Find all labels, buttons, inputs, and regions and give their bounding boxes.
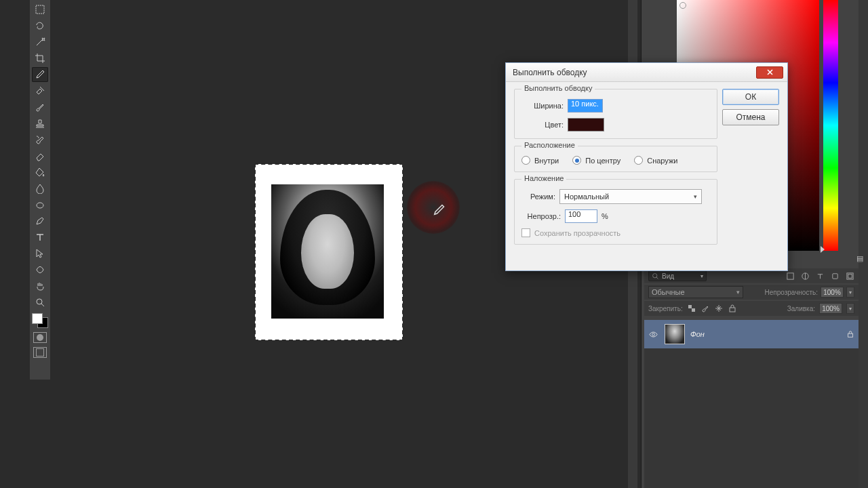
svg-rect-8 <box>848 274 852 278</box>
layer-name[interactable]: Фон <box>690 330 705 338</box>
width-input[interactable]: 10 пикс. <box>568 99 603 113</box>
fill-chevron-icon[interactable]: ▾ <box>846 303 854 314</box>
radio-center-label: По центру <box>585 157 620 165</box>
layer-opacity-chevron-icon[interactable]: ▾ <box>846 287 854 298</box>
radio-outside[interactable] <box>634 156 643 165</box>
blend-legend: Наложение <box>521 174 566 182</box>
layer-visibility-toggle[interactable] <box>647 328 659 340</box>
stroke-fieldset: Выполнить обводку Ширина: 10 пикс. Цвет: <box>514 89 717 139</box>
tool-pen[interactable] <box>32 214 48 228</box>
mode-select[interactable]: Нормальный <box>559 189 702 204</box>
tool-rect-select[interactable] <box>32 2 48 17</box>
radio-outside-label: Снаружи <box>647 157 677 165</box>
eyedropper-cursor-icon <box>431 202 447 218</box>
ok-button[interactable]: ОК <box>722 89 779 105</box>
preserve-transparency-label: Сохранить прозрачность <box>534 229 620 237</box>
layer-filter-label: Вид <box>662 272 674 280</box>
layer-lock-row: Закрепить: Заливка: 100% ▾ <box>644 301 859 316</box>
tool-crop[interactable] <box>32 51 48 66</box>
document-canvas[interactable] <box>255 164 403 340</box>
stroke-dialog: Выполнить обводку Выполнить обводку Шири… <box>505 62 788 271</box>
lock-label: Закрепить: <box>648 305 683 312</box>
svg-rect-13 <box>848 333 853 337</box>
stroke-color-swatch[interactable] <box>568 118 604 131</box>
svg-rect-11 <box>730 308 735 312</box>
tools-toolbar <box>30 0 50 380</box>
color-field-marker[interactable] <box>679 2 686 9</box>
dialog-titlebar[interactable]: Выполнить обводку <box>506 63 787 82</box>
tool-brush[interactable] <box>32 100 48 115</box>
tool-bucket[interactable] <box>32 165 48 180</box>
tool-shape[interactable] <box>32 262 48 277</box>
location-fieldset: Расположение Внутри По центру Снаружи <box>514 146 717 172</box>
dlg-opacity-unit: % <box>601 212 608 220</box>
location-legend: Расположение <box>521 141 578 149</box>
fill-label: Заливка: <box>787 305 815 312</box>
mode-value: Нормальный <box>564 192 609 201</box>
layer-row-background[interactable]: Фон <box>644 320 859 348</box>
width-label: Ширина: <box>521 102 564 110</box>
lock-pixels-icon[interactable] <box>701 304 710 313</box>
layer-lock-icon[interactable] <box>845 329 856 340</box>
radio-inside-label: Внутри <box>534 157 559 165</box>
tool-zoom[interactable] <box>32 295 48 310</box>
svg-point-3 <box>653 273 657 277</box>
tool-stamp[interactable] <box>32 116 48 131</box>
color-label: Цвет: <box>521 121 564 129</box>
layer-thumbnail[interactable] <box>665 324 685 344</box>
tool-magic-wand[interactable] <box>32 35 48 49</box>
svg-rect-6 <box>832 273 837 278</box>
panel-tab-strip[interactable] <box>859 0 868 488</box>
tool-type[interactable] <box>32 230 48 245</box>
svg-rect-10 <box>692 308 695 312</box>
radio-center[interactable] <box>572 156 581 165</box>
stroke-fieldset-legend: Выполнить обводку <box>521 84 595 92</box>
hue-slider-handle[interactable] <box>821 246 825 253</box>
layer-opacity-value[interactable]: 100% <box>821 287 844 298</box>
dlg-opacity-input[interactable]: 100 <box>565 209 597 223</box>
tool-lasso[interactable] <box>32 18 48 33</box>
svg-point-1 <box>37 203 43 208</box>
svg-rect-4 <box>787 272 793 279</box>
color-swatches[interactable] <box>32 313 48 328</box>
photo-image <box>271 184 384 319</box>
quickmask-icon[interactable] <box>33 332 47 343</box>
layer-opacity-label: Непрозрачность: <box>764 289 818 296</box>
hue-strip[interactable] <box>823 0 838 251</box>
fill-value[interactable]: 100% <box>819 303 842 314</box>
filter-adjust-icon[interactable] <box>800 271 810 281</box>
filter-smart-icon[interactable] <box>845 271 854 281</box>
tool-blur[interactable] <box>32 181 48 196</box>
filter-shape-icon[interactable] <box>830 271 840 281</box>
lock-position-icon[interactable] <box>714 304 724 313</box>
filter-type-icon[interactable] <box>815 271 825 281</box>
filter-pixel-icon[interactable] <box>785 271 795 281</box>
svg-point-12 <box>652 333 654 336</box>
tool-hand[interactable] <box>32 279 48 293</box>
foreground-color-swatch[interactable] <box>32 313 43 324</box>
blend-fieldset: Наложение Режим: Нормальный Непрозр.: 10… <box>514 179 717 245</box>
layer-blend-row: Обычные Непрозрачность: 100% ▾ <box>644 285 859 300</box>
svg-rect-9 <box>688 305 692 308</box>
tool-patch[interactable] <box>32 83 48 98</box>
lock-transparency-icon[interactable] <box>687 304 696 313</box>
panel-menu-icon[interactable]: ▤ <box>853 254 867 262</box>
preserve-transparency-checkbox <box>521 228 530 237</box>
tool-history-brush[interactable] <box>32 132 48 147</box>
dlg-opacity-label: Непрозр.: <box>521 212 561 220</box>
tool-eyedropper[interactable] <box>32 67 48 82</box>
layers-empty-area <box>644 348 859 488</box>
tool-eraser[interactable] <box>32 148 48 163</box>
layer-filter-select[interactable]: Вид ▾ <box>648 270 707 281</box>
tool-dodge[interactable] <box>32 197 48 212</box>
mode-label: Режим: <box>521 192 555 201</box>
lock-all-icon[interactable] <box>728 304 737 313</box>
radio-inside[interactable] <box>521 156 530 165</box>
tool-path-select[interactable] <box>32 246 48 261</box>
screenmode-icon[interactable] <box>33 347 47 358</box>
cancel-button[interactable]: Отмена <box>722 109 779 125</box>
dialog-close-button[interactable] <box>756 66 783 79</box>
dialog-title: Выполнить обводку <box>513 68 756 77</box>
svg-point-2 <box>37 299 42 304</box>
blend-mode-select[interactable]: Обычные <box>648 286 743 298</box>
